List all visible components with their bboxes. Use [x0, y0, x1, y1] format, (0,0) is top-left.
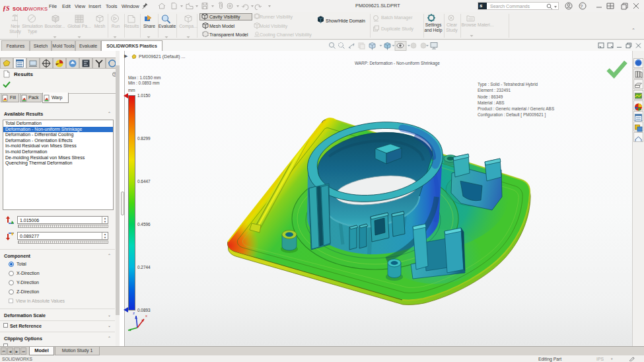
- svg-text:?: ?: [580, 3, 583, 9]
- svg-text:x: x: [145, 314, 147, 318]
- svg-text:z: z: [133, 311, 135, 315]
